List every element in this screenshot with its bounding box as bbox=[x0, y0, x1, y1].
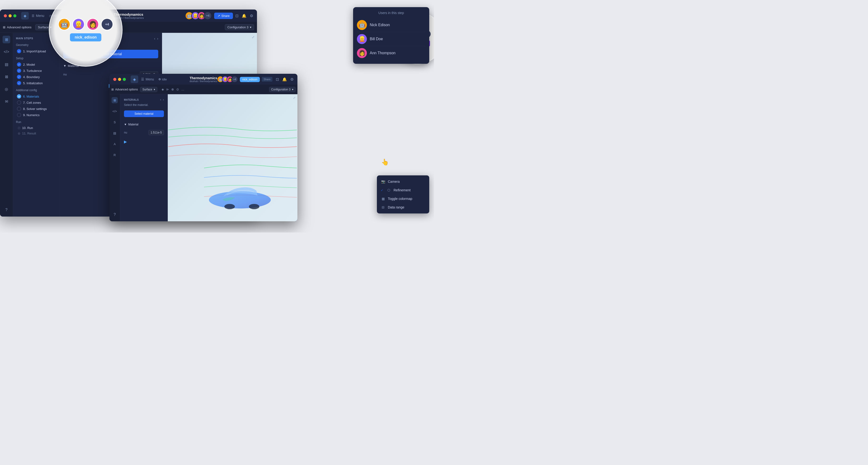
second-window-actions: Share ⊡ 🔔 ⚙ bbox=[262, 77, 293, 82]
window-actions: ⊡ 🔔 ⚙ bbox=[235, 13, 253, 18]
step-boundary[interactable]: ✓ 4. Boundary bbox=[16, 74, 56, 80]
config-dropdown[interactable]: Configuration 3 ▾ bbox=[225, 24, 254, 30]
step-import[interactable]: ✓ 1. Import/Upload bbox=[16, 48, 56, 54]
share-button[interactable]: ↗ Share bbox=[214, 12, 233, 19]
user-row-2: 👱 Bill Doe bbox=[357, 32, 426, 46]
prev-icon[interactable]: ‹ bbox=[154, 37, 155, 40]
second-cube-icon[interactable]: ◈ bbox=[161, 88, 164, 91]
second-avatar-more[interactable]: +4 bbox=[231, 76, 238, 83]
nav-menu[interactable]: ☰ Menu bbox=[32, 14, 44, 18]
second-traffic-lights bbox=[113, 78, 126, 81]
traffic-lights bbox=[4, 14, 17, 18]
context-colormap[interactable]: ▦ Toggle colormap bbox=[377, 194, 429, 203]
settings-icon[interactable]: ⚙ bbox=[250, 13, 253, 18]
chevron-config-icon: ▾ bbox=[250, 26, 251, 29]
second-play-button[interactable]: ▶ bbox=[124, 140, 127, 144]
second-material-section: ▼ Material nu 1.511e-5 bbox=[124, 123, 164, 136]
second-next-icon[interactable]: › bbox=[163, 98, 164, 101]
second-popout-icon[interactable]: ⊡ bbox=[276, 77, 279, 82]
second-sidebar-layout[interactable]: ⊞ bbox=[112, 97, 118, 103]
step-check-import: ✓ bbox=[17, 49, 21, 53]
context-refinement[interactable]: ✓ ⬡ Refinement bbox=[377, 186, 429, 194]
second-nick-label: nick_edison bbox=[240, 77, 259, 82]
second-select-material-btn[interactable]: Select material bbox=[124, 111, 164, 117]
second-sidebar-a[interactable]: A bbox=[112, 141, 118, 147]
second-app-logo: ◈ bbox=[131, 75, 138, 83]
second-minimize[interactable] bbox=[118, 78, 121, 81]
second-filter-icon[interactable]: ⊳ bbox=[166, 88, 169, 91]
second-config-dropdown[interactable]: Configuration 3 ▾ bbox=[269, 87, 296, 92]
svg-point-4 bbox=[224, 204, 235, 209]
step-initialization[interactable]: ✓ 5. Initialization bbox=[16, 80, 56, 86]
second-viewport-3d[interactable]: ⤢ bbox=[168, 94, 298, 221]
step-solver[interactable]: 8. Solver settings bbox=[16, 106, 56, 112]
zoom-avatar-2: 👱 bbox=[72, 18, 85, 30]
expand-icon[interactable]: ⤢ bbox=[252, 35, 255, 39]
second-camera-icon[interactable]: ⊙ bbox=[176, 88, 179, 91]
cursor-hand-icon: 👆 bbox=[381, 158, 389, 166]
step-check-turbulence: ✓ bbox=[17, 68, 21, 73]
sidebar-icon-globe[interactable]: ◎ bbox=[3, 85, 10, 93]
zoom-more-top: +4 bbox=[101, 18, 113, 30]
step-circle-solver bbox=[17, 106, 21, 111]
second-grid-icon: ⊞ bbox=[111, 88, 114, 91]
second-materials-nav: ‹ › bbox=[160, 98, 164, 101]
second-nav-menu[interactable]: ☰ Menu bbox=[141, 78, 154, 81]
second-target-icon[interactable]: ⊕ bbox=[171, 88, 174, 91]
second-bell-icon[interactable]: 🔔 bbox=[282, 77, 287, 82]
close-button[interactable] bbox=[4, 14, 7, 18]
menu-icon: ☰ bbox=[32, 14, 34, 18]
second-toolbar: ⊞ Advanced options Surface ▾ ◈ ⊳ ⊕ ⊙ … C… bbox=[110, 85, 298, 94]
advanced-options-btn[interactable]: ⊞ Advanced options bbox=[3, 26, 31, 29]
step-numerics[interactable]: 9. Numerics bbox=[16, 112, 56, 118]
sidebar-icon-help[interactable]: ? bbox=[3, 206, 10, 214]
second-circle2-icon[interactable]: … bbox=[181, 88, 184, 91]
step-cell-zones[interactable]: 7. Cell zones bbox=[16, 99, 56, 106]
second-sidebar-table[interactable]: ▤ bbox=[112, 130, 118, 136]
sidebar-icon-layout[interactable]: ⊞ bbox=[3, 36, 10, 43]
svg-point-3 bbox=[209, 191, 271, 209]
popout-icon[interactable]: ⊡ bbox=[235, 13, 239, 18]
second-surface-dropdown[interactable]: Surface ▾ bbox=[140, 87, 157, 92]
zoom-avatar-group-top: 🤖 👱 👩 +4 bbox=[58, 18, 113, 30]
step-result[interactable]: ⊙ 11. Result bbox=[16, 131, 56, 136]
second-materials-panel: MATERIALS ‹ › Select the material. Selec… bbox=[120, 94, 168, 221]
step-materials[interactable]: ● 6. Materials bbox=[16, 93, 56, 99]
second-titlebar: ◈ ☰ Menu Idle Thermodynamics dicehub / t… bbox=[110, 74, 298, 85]
sidebar-icon-table[interactable]: ▤ bbox=[3, 60, 10, 68]
next-icon[interactable]: › bbox=[157, 37, 158, 40]
sidebar-icon-mail[interactable]: ✉ bbox=[3, 98, 10, 105]
second-chevron-config-icon: ▾ bbox=[292, 88, 293, 91]
nick-label: nick_edison bbox=[70, 33, 101, 41]
maximize-button[interactable] bbox=[13, 14, 17, 18]
second-maximize[interactable] bbox=[123, 78, 126, 81]
second-settings-icon[interactable]: ⚙ bbox=[290, 77, 293, 82]
second-prev-icon[interactable]: ‹ bbox=[160, 98, 161, 101]
second-sidebar-code[interactable]: </> bbox=[112, 108, 118, 114]
second-expand-icon[interactable]: ⤢ bbox=[293, 96, 296, 99]
step-run[interactable]: 10. Run bbox=[16, 125, 56, 131]
avatar-more[interactable]: +4 bbox=[204, 12, 212, 20]
minimize-button[interactable] bbox=[8, 14, 12, 18]
step-dot-run bbox=[18, 127, 20, 129]
second-sidebar-s[interactable]: S bbox=[112, 119, 118, 125]
sidebar: ⊞ </> ▤ ⊠ ◎ ✉ ? bbox=[0, 33, 13, 217]
sidebar-icon-grid[interactable]: ⊠ bbox=[3, 73, 10, 81]
second-share-icon[interactable]: Share bbox=[262, 77, 273, 82]
second-close[interactable] bbox=[113, 78, 116, 81]
step-turbulence[interactable]: ✓ 3. Turbulence bbox=[16, 68, 56, 74]
colormap-icon: ▦ bbox=[381, 197, 385, 200]
step-model[interactable]: ✓ 2. Model bbox=[16, 61, 56, 68]
second-sidebar-r[interactable]: R bbox=[112, 152, 118, 158]
sidebar-icon-code[interactable]: </> bbox=[3, 48, 10, 56]
notification-icon[interactable]: 🔔 bbox=[242, 13, 247, 18]
step-check-boundary: ✓ bbox=[17, 75, 21, 79]
context-camera[interactable]: 📷 Camera bbox=[377, 177, 429, 186]
second-sidebar-help[interactable]: ? bbox=[111, 211, 119, 218]
context-datarange[interactable]: ⊟ Data range bbox=[377, 203, 429, 212]
user-avatar-2: 👱 bbox=[357, 34, 367, 44]
second-adv-options[interactable]: ⊞ Advanced options bbox=[111, 88, 138, 91]
second-mat-header[interactable]: ▼ Material bbox=[124, 123, 164, 126]
toolbar: ⊞ Advanced options Surface ▾ ◈ ⬡ ◎ ⊳ ⊕ ⊙… bbox=[0, 22, 257, 33]
second-avatar-group: 🤖 👱 👩 +4 nick_edison Share ⊡ 🔔 ⚙ bbox=[217, 76, 293, 83]
